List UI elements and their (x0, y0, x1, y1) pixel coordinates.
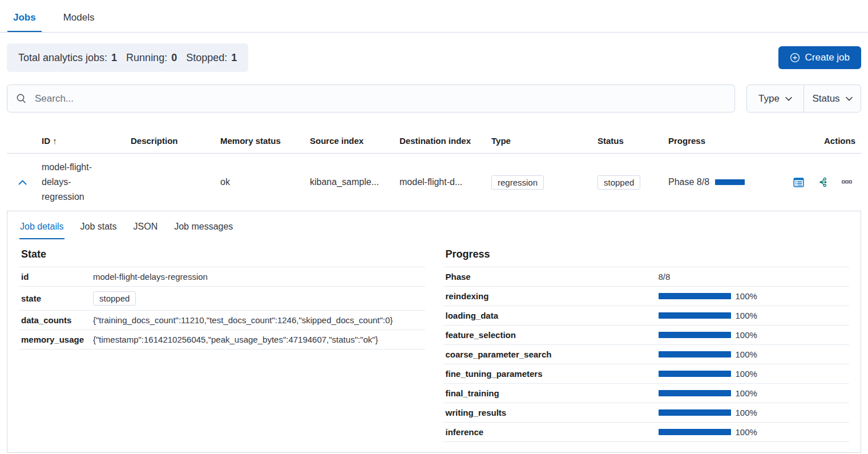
progress-bar (659, 332, 731, 338)
tab-json[interactable]: JSON (133, 212, 159, 239)
table-row: model-flight-delays-regression ok kibana… (7, 154, 861, 211)
progress-row-phase: Phase 8/8 (443, 267, 850, 286)
main-tabs: Jobs Models (0, 0, 868, 33)
state-row-id: id model-flight-delays-regression (19, 267, 425, 286)
progress-row-loading-data: loading_data 100% (443, 306, 850, 325)
column-header-progress[interactable]: Progress (668, 136, 788, 146)
status-badge: stopped (597, 175, 640, 190)
search-input[interactable] (34, 93, 726, 105)
tab-job-details[interactable]: Job details (19, 212, 64, 239)
cell-destination-index: model-flight-d... (399, 177, 491, 187)
progress-percent: 100% (736, 388, 757, 398)
search-icon (16, 93, 27, 104)
progress-percent: 100% (736, 291, 757, 301)
stopped-jobs-value: 1 (231, 52, 237, 64)
jobs-stats-bar: Total analytics jobs: 1 Running: 0 Stopp… (7, 43, 248, 72)
column-header-description[interactable]: Description (131, 136, 220, 146)
progress-percent: 100% (736, 427, 757, 437)
status-filter-button[interactable]: Status (804, 85, 861, 112)
column-header-type[interactable]: Type (491, 136, 597, 146)
state-stopped-badge: stopped (93, 291, 136, 306)
type-badge: regression (491, 175, 544, 190)
search-row: Type Status (7, 85, 861, 113)
total-jobs-label: Total analytics jobs: (18, 52, 107, 64)
progress-bar (659, 409, 731, 416)
progress-bar (659, 351, 731, 357)
boxes-horizontal-icon (842, 180, 852, 184)
state-row-memory-usage: memory_usage {"timestamp":1614210256045,… (19, 330, 425, 349)
table-header: ID ↑ Description Memory status Source in… (7, 131, 861, 154)
progress-row-final-training: final_training 100% (443, 383, 850, 403)
progress-section-title: Progress (446, 248, 847, 260)
progress-bar (659, 293, 731, 299)
analytics-map-icon (818, 177, 828, 187)
state-row-state: state stopped (19, 286, 425, 310)
chevron-down-icon (846, 97, 853, 101)
create-job-label: Create job (805, 52, 850, 63)
create-job-button[interactable]: Create job (778, 46, 861, 69)
progress-row-coarse-parameter-search: coarse_parameter_search 100% (443, 344, 850, 364)
type-filter-button[interactable]: Type (747, 85, 804, 112)
cell-memory-status: ok (220, 177, 310, 187)
progress-bar (659, 429, 731, 435)
progress-mini-bar (715, 179, 745, 185)
analytics-jobs-table: ID ↑ Description Memory status Source in… (7, 131, 861, 453)
cell-progress: Phase 8/8 (668, 177, 788, 187)
tab-models[interactable]: Models (58, 3, 100, 32)
progress-bar (659, 312, 731, 319)
running-jobs-value: 0 (171, 52, 177, 64)
progress-percent: 100% (736, 408, 757, 417)
cell-actions (788, 177, 861, 188)
type-filter-label: Type (758, 93, 780, 105)
analytics-map-button[interactable] (818, 177, 828, 187)
tab-job-stats[interactable]: Job stats (80, 212, 118, 239)
chevron-up-icon (18, 180, 27, 185)
state-row-data-counts: data_counts {"training_docs_count":11210… (19, 310, 425, 330)
progress-row-feature-selection: feature_selection 100% (443, 325, 850, 344)
column-header-source-index[interactable]: Source index (310, 136, 399, 146)
stopped-jobs-label: Stopped: (186, 52, 227, 64)
progress-row-writing-results: writing_results 100% (443, 403, 850, 422)
sort-ascending-icon: ↑ (53, 136, 57, 146)
running-jobs-label: Running: (126, 52, 167, 64)
cell-job-id: model-flight-delays-regression (42, 160, 111, 204)
stats-row: Total analytics jobs: 1 Running: 0 Stopp… (7, 43, 861, 72)
plus-circle-icon (790, 53, 800, 63)
collapse-row-button[interactable] (16, 178, 29, 187)
status-filter-label: Status (812, 93, 839, 105)
table-view-icon (793, 177, 804, 188)
state-section: State id model-flight-delays-regression … (19, 244, 425, 442)
progress-row-reindexing: reindexing 100% (443, 286, 850, 306)
detail-content: State id model-flight-delays-regression … (7, 239, 861, 452)
progress-percent: 100% (736, 369, 757, 379)
column-header-status[interactable]: Status (597, 136, 668, 146)
filter-group: Type Status (746, 85, 861, 113)
progress-phase-label: Phase 8/8 (668, 177, 709, 187)
search-input-wrapper (7, 85, 735, 113)
progress-percent: 100% (736, 349, 757, 359)
job-detail-panel: Job details Job stats JSON Job messages … (7, 211, 861, 453)
cell-source-index: kibana_sample... (310, 177, 399, 187)
progress-section: Progress Phase 8/8 reindexing 100% loadi… (443, 244, 850, 442)
more-actions-button[interactable] (842, 180, 852, 184)
progress-row-fine-tuning-parameters: fine_tuning_parameters 100% (443, 364, 850, 383)
column-header-memory-status[interactable]: Memory status (220, 136, 310, 146)
chevron-down-icon (785, 97, 792, 101)
column-header-destination-index[interactable]: Destination index (399, 136, 491, 146)
progress-percent: 100% (736, 330, 757, 340)
total-jobs-value: 1 (111, 52, 117, 64)
column-header-actions: Actions (788, 136, 861, 146)
view-results-button[interactable] (793, 177, 804, 188)
progress-bar (659, 371, 731, 377)
progress-bar (659, 390, 731, 396)
tab-jobs[interactable]: Jobs (7, 3, 42, 32)
detail-tabs: Job details Job stats JSON Job messages (7, 211, 861, 239)
header-expander-col (7, 136, 42, 146)
tab-job-messages[interactable]: Job messages (173, 212, 233, 239)
state-section-title: State (21, 248, 423, 260)
column-header-id[interactable]: ID ↑ (42, 136, 131, 146)
progress-percent: 100% (736, 311, 757, 320)
progress-row-inference: inference 100% (443, 422, 850, 442)
